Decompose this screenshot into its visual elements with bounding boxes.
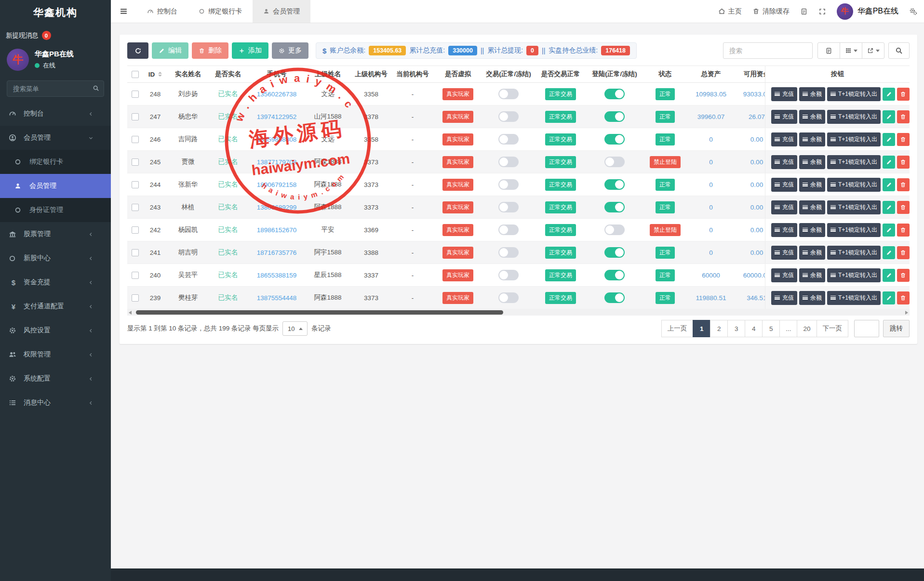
tab-dashboard[interactable]: 控制台 (136, 0, 188, 23)
balance-button[interactable]: 余额 (799, 87, 825, 101)
search-button[interactable] (888, 42, 910, 59)
t1-lock-transfer-button[interactable]: T+1锁定转入出 (827, 246, 881, 260)
sidebar-search-input[interactable] (7, 80, 104, 97)
t1-lock-transfer-button[interactable]: T+1锁定转入出 (827, 223, 881, 237)
trade-toggle[interactable] (498, 134, 519, 145)
tab-bind-card[interactable]: 绑定银行卡 (188, 0, 253, 23)
sidebar-item-pay-channel[interactable]: ¥ 支付通道配置 (0, 294, 111, 318)
phone-link[interactable]: 13974122952 (257, 113, 297, 120)
login-toggle[interactable] (604, 157, 625, 167)
edit-row-button[interactable] (883, 246, 895, 259)
balance-button[interactable]: 余额 (799, 223, 825, 237)
fullscreen-button[interactable] (818, 8, 826, 15)
clear-cache-link[interactable]: 清除缓存 (752, 7, 790, 16)
recharge-button[interactable]: 充值 (771, 155, 797, 169)
row-checkbox[interactable] (132, 294, 139, 302)
login-toggle[interactable] (604, 202, 625, 212)
withdraw-notice[interactable]: 新提现消息 0 (0, 25, 111, 42)
more-button[interactable]: 更多 (272, 42, 308, 59)
trade-toggle[interactable] (498, 270, 519, 280)
balance-button[interactable]: 余额 (799, 268, 825, 282)
phone-link[interactable]: 18716735776 (257, 249, 297, 256)
select-all-checkbox[interactable] (132, 71, 139, 78)
add-button[interactable]: 添加 (232, 42, 268, 59)
t1-lock-transfer-button[interactable]: T+1锁定转入出 (827, 291, 881, 305)
jump-page-input[interactable] (854, 320, 879, 337)
recharge-button[interactable]: 充值 (771, 132, 797, 146)
phone-link[interactable]: 18986152670 (257, 226, 297, 234)
trade-toggle[interactable] (498, 202, 519, 212)
sidebar-item-bind-card[interactable]: 绑定银行卡 (0, 150, 111, 174)
recharge-button[interactable]: 充值 (771, 291, 797, 305)
row-checkbox[interactable] (132, 226, 139, 234)
login-toggle[interactable] (604, 247, 625, 258)
navbar-user-menu[interactable]: 牛 华鑫PB在线 (837, 3, 898, 20)
phone-link[interactable]: 18906792158 (257, 181, 297, 188)
login-toggle[interactable] (604, 224, 625, 235)
delete-row-button[interactable] (897, 246, 910, 259)
jump-button[interactable]: 跳转 (883, 320, 910, 337)
recharge-button[interactable]: 充值 (771, 268, 797, 282)
sidebar-item-member-parent[interactable]: 会员管理 (0, 126, 111, 150)
delete-row-button[interactable] (897, 178, 910, 191)
recharge-button[interactable]: 充值 (771, 223, 797, 237)
edit-row-button[interactable] (883, 156, 895, 169)
sidebar-item-member[interactable]: 会员管理 (0, 174, 111, 198)
scrollbar-thumb[interactable] (136, 310, 503, 315)
login-toggle[interactable] (604, 292, 625, 303)
trade-toggle[interactable] (498, 179, 519, 190)
scroll-left-arrow[interactable] (129, 311, 132, 315)
recharge-button[interactable]: 充值 (771, 246, 797, 260)
sidebar-item-ipo[interactable]: 新股中心 (0, 246, 111, 270)
edit-button[interactable]: 编辑 (152, 42, 188, 59)
row-checkbox[interactable] (132, 113, 139, 120)
scroll-right-arrow[interactable] (905, 311, 908, 315)
detail-view-button[interactable] (817, 42, 840, 59)
page-button-3[interactable]: 3 (727, 320, 745, 337)
row-checkbox[interactable] (132, 158, 139, 166)
trade-toggle[interactable] (498, 247, 519, 258)
row-checkbox[interactable] (132, 272, 139, 279)
trade-toggle[interactable] (498, 224, 519, 235)
edit-row-button[interactable] (883, 88, 895, 101)
trade-toggle[interactable] (498, 89, 519, 99)
sidebar-item-permissions[interactable]: 权限管理 (0, 343, 111, 367)
balance-button[interactable]: 余额 (799, 246, 825, 260)
sidebar-item-risk[interactable]: 风控设置 (0, 318, 111, 343)
delete-row-button[interactable] (897, 110, 910, 123)
delete-row-button[interactable] (897, 88, 910, 101)
page-button-1[interactable]: 1 (693, 320, 710, 337)
horizontal-scrollbar[interactable] (127, 309, 910, 316)
balance-button[interactable]: 余额 (799, 132, 825, 146)
refresh-button[interactable] (127, 42, 148, 59)
balance-button[interactable]: 余额 (799, 178, 825, 192)
t1-lock-transfer-button[interactable]: T+1锁定转入出 (827, 87, 881, 101)
sidebar-item-dashboard[interactable]: 控制台 (0, 102, 111, 126)
sidebar-toggle-button[interactable] (111, 0, 136, 23)
phone-link[interactable]: 18655388159 (257, 272, 297, 279)
delete-row-button[interactable] (897, 156, 910, 169)
edit-row-button[interactable] (883, 178, 895, 191)
trade-toggle[interactable] (498, 292, 519, 303)
phone-link[interactable]: 13875554448 (257, 294, 297, 302)
phone-link[interactable]: 13560226738 (257, 91, 297, 98)
delete-row-button[interactable] (897, 224, 910, 237)
login-toggle[interactable] (604, 270, 625, 280)
delete-row-button[interactable] (897, 133, 910, 146)
table-search-input[interactable] (723, 42, 813, 59)
login-toggle[interactable] (604, 89, 625, 99)
recharge-button[interactable]: 充值 (771, 200, 797, 214)
row-checkbox[interactable] (132, 181, 139, 188)
delete-button[interactable]: 删除 (192, 42, 228, 59)
page-button-2[interactable]: 2 (710, 320, 728, 337)
t1-lock-transfer-button[interactable]: T+1锁定转入出 (827, 200, 881, 214)
balance-button[interactable]: 余额 (799, 291, 825, 305)
sidebar-item-idcard[interactable]: 身份证管理 (0, 198, 111, 222)
balance-button[interactable]: 余额 (799, 200, 825, 214)
row-checkbox[interactable] (132, 91, 139, 98)
sidebar-item-system-config[interactable]: 系统配置 (0, 367, 111, 391)
delete-row-button[interactable] (897, 291, 910, 304)
delete-row-button[interactable] (897, 269, 910, 282)
trade-toggle[interactable] (498, 111, 519, 122)
phone-link[interactable]: 13559858808 (257, 136, 297, 143)
